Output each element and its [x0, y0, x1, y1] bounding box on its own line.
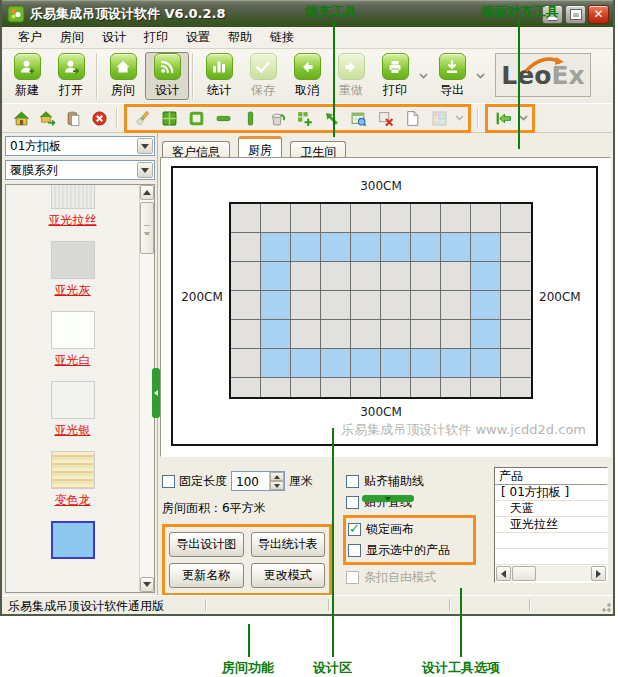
- paste-icon[interactable]: [62, 107, 84, 129]
- grid-cell[interactable]: [501, 349, 531, 378]
- design-canvas[interactable]: 300CM 200CM 200CM 300CM 乐易集成吊顶设计软件 www.j…: [160, 157, 611, 457]
- redo-button[interactable]: 重做: [329, 52, 373, 99]
- grid-cell[interactable]: [411, 291, 441, 320]
- grid-dropdown-chevron[interactable]: [455, 115, 464, 121]
- close-button[interactable]: ✕: [588, 5, 609, 24]
- grid-cell[interactable]: [411, 204, 441, 233]
- brush-icon[interactable]: [131, 107, 153, 129]
- grid-cell[interactable]: [291, 233, 321, 262]
- grid-cell[interactable]: [351, 233, 381, 262]
- grid-cell[interactable]: [471, 320, 501, 349]
- export-design-button[interactable]: 导出设计图: [169, 532, 244, 557]
- products-panel-scrollbar[interactable]: [496, 566, 606, 581]
- grid-cell[interactable]: [321, 349, 351, 378]
- grid-cell[interactable]: [291, 262, 321, 291]
- save-button[interactable]: 保存: [241, 52, 285, 99]
- scrollbar-thumb[interactable]: [140, 202, 154, 254]
- product-row[interactable]: 天蓝: [495, 501, 607, 517]
- print-button[interactable]: 打印: [373, 52, 417, 99]
- option-show-selected-products[interactable]: 显示选中的产品: [348, 540, 471, 561]
- grid-cell[interactable]: [231, 320, 261, 349]
- grid-cell[interactable]: [351, 320, 381, 349]
- option-strip-free-mode[interactable]: 条扣自由模式: [346, 567, 496, 588]
- product-item[interactable]: 亚光银: [6, 381, 139, 451]
- grid-cell[interactable]: [231, 378, 261, 397]
- grid-cell[interactable]: [321, 233, 351, 262]
- home-icon[interactable]: [10, 107, 32, 129]
- grid-cell[interactable]: [291, 378, 321, 397]
- grid-cell[interactable]: [291, 320, 321, 349]
- product-row[interactable]: 亚光拉丝: [495, 517, 607, 533]
- select-arrow-icon[interactable]: [320, 107, 342, 129]
- grid-cell[interactable]: [411, 262, 441, 291]
- grid-cell[interactable]: [231, 204, 261, 233]
- grid-cell[interactable]: [291, 349, 321, 378]
- grid-cell[interactable]: [501, 262, 531, 291]
- scrollbar-thumb[interactable]: [512, 566, 536, 581]
- grid-cell[interactable]: [261, 262, 291, 291]
- scroll-left-icon[interactable]: [496, 566, 511, 581]
- grid-cell[interactable]: [381, 204, 411, 233]
- add-product-icon[interactable]: [293, 107, 315, 129]
- fill-horizontal-icon[interactable]: [212, 107, 234, 129]
- resize-grip-icon[interactable]: [600, 601, 611, 612]
- grid-cell[interactable]: [321, 204, 351, 233]
- change-mode-button[interactable]: 更改模式: [251, 563, 326, 588]
- grid-cell[interactable]: [471, 349, 501, 378]
- home-export-icon[interactable]: [36, 107, 58, 129]
- product-row[interactable]: [ 01方扣板 ]: [495, 485, 607, 501]
- maximize-button[interactable]: [565, 5, 586, 24]
- fill-grid-icon[interactable]: [158, 107, 180, 129]
- grid-cell[interactable]: [351, 204, 381, 233]
- product-grid-icon[interactable]: [428, 107, 450, 129]
- update-name-button[interactable]: 更新名称: [169, 563, 244, 588]
- grid-cell[interactable]: [441, 233, 471, 262]
- menu-item-settings[interactable]: 设置: [178, 27, 218, 48]
- room-button[interactable]: 房间: [101, 52, 145, 99]
- remove-product-icon[interactable]: [374, 107, 396, 129]
- grid-cell[interactable]: [441, 378, 471, 397]
- grid-cell[interactable]: [471, 204, 501, 233]
- paint-bucket-icon[interactable]: [266, 107, 288, 129]
- menu-item-print[interactable]: 打印: [136, 27, 176, 48]
- design-button[interactable]: 设计: [145, 52, 189, 100]
- grid-cell[interactable]: [261, 204, 291, 233]
- grid-cell[interactable]: [381, 291, 411, 320]
- menu-item-room[interactable]: 房间: [52, 27, 92, 48]
- undo-button[interactable]: 取消: [285, 52, 329, 99]
- export-dropdown-chevron[interactable]: [474, 64, 487, 83]
- grid-cell[interactable]: [501, 320, 531, 349]
- grid-cell[interactable]: [261, 291, 291, 320]
- grid-cell[interactable]: [441, 262, 471, 291]
- grid-cell[interactable]: [351, 378, 381, 397]
- sidebar-splitter-handle[interactable]: [152, 368, 160, 418]
- delete-icon[interactable]: [88, 107, 110, 129]
- spin-up-icon[interactable]: [270, 472, 284, 481]
- new-page-icon[interactable]: [401, 107, 423, 129]
- grid-cell[interactable]: [411, 320, 441, 349]
- grid-cell[interactable]: [411, 378, 441, 397]
- new-button[interactable]: 新建: [5, 52, 49, 99]
- grid-cell[interactable]: [411, 233, 441, 262]
- grid-cell[interactable]: [441, 204, 471, 233]
- grid-cell[interactable]: [471, 291, 501, 320]
- grid-cell[interactable]: [501, 204, 531, 233]
- scroll-up-icon[interactable]: [140, 185, 154, 200]
- grid-cell[interactable]: [381, 349, 411, 378]
- align-dropdown-chevron[interactable]: [519, 115, 528, 121]
- grid-cell[interactable]: [291, 291, 321, 320]
- grid-cell[interactable]: [381, 233, 411, 262]
- grid-cell[interactable]: [321, 320, 351, 349]
- menu-item-design[interactable]: 设计: [94, 27, 134, 48]
- product-item[interactable]: 亚光拉丝: [6, 184, 139, 241]
- product-item-selected[interactable]: [6, 521, 139, 591]
- grid-cell[interactable]: [351, 291, 381, 320]
- grid-cell[interactable]: [501, 378, 531, 397]
- grid-cell[interactable]: [381, 378, 411, 397]
- ceiling-grid[interactable]: [229, 202, 533, 399]
- grid-cell[interactable]: [501, 291, 531, 320]
- option-lock-canvas[interactable]: 锁定画布: [348, 519, 471, 540]
- grid-cell[interactable]: [261, 233, 291, 262]
- menu-item-links[interactable]: 链接: [262, 27, 302, 48]
- statistics-button[interactable]: 统计: [197, 52, 241, 99]
